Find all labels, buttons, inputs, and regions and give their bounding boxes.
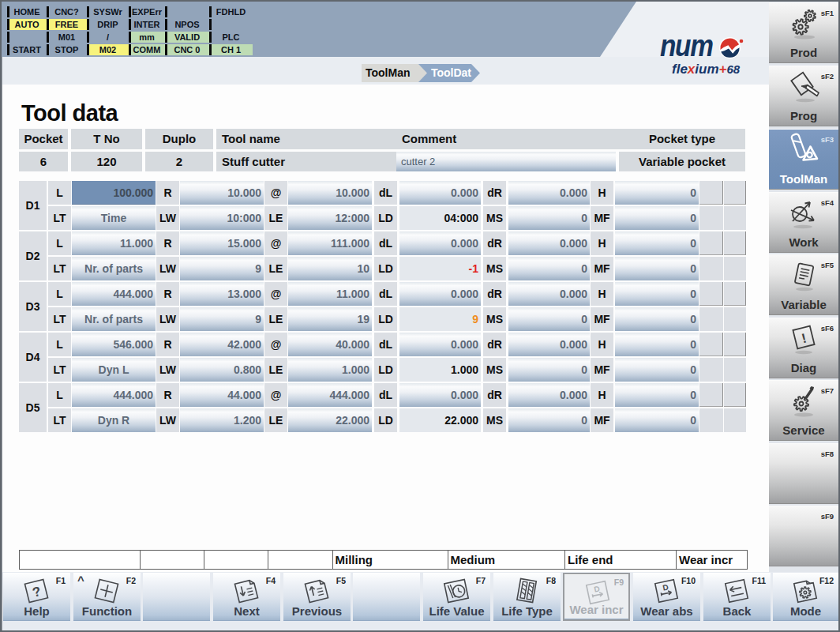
svg-text:!: ! — [800, 331, 808, 347]
svg-text:?: ? — [31, 584, 43, 600]
